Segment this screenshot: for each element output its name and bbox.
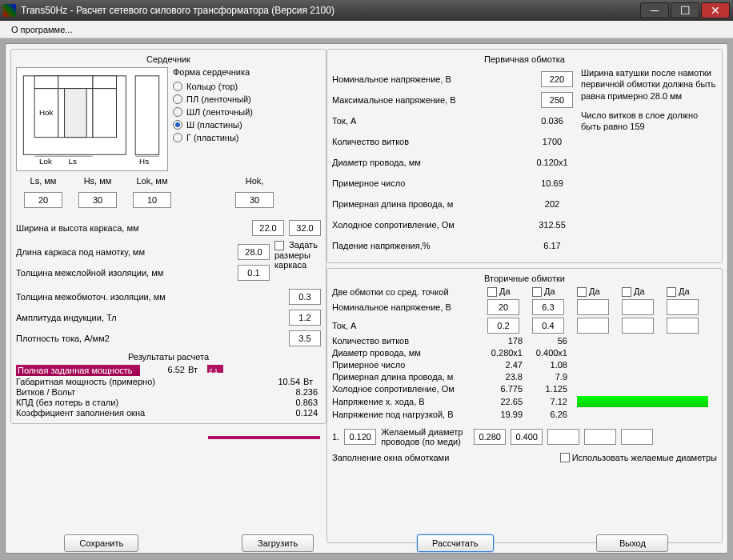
- svg-text:Hok: Hok: [39, 108, 54, 117]
- sec-openv-label: Напряжение х. хода, В: [332, 397, 484, 406]
- sec-loadv-1: 19.99: [487, 410, 529, 419]
- load-button[interactable]: Загрузить: [242, 534, 314, 552]
- ls-input[interactable]: [24, 192, 62, 208]
- sec-dia-label: Диаметр провода, мм: [332, 348, 484, 358]
- pri-drop-value: 6.17: [531, 241, 573, 250]
- svg-rect-1: [34, 76, 58, 89]
- core-form-title: Форма сердечника: [173, 67, 285, 77]
- currdensity-input[interactable]: [289, 330, 321, 346]
- gabpower-value: 10.54: [255, 377, 303, 386]
- sec-ct-label: Две обмотки со сред. точкой: [332, 287, 484, 297]
- menubar: О программе...: [0, 21, 733, 38]
- hs-input[interactable]: [78, 192, 117, 208]
- primary-title: Первичная обмотка: [332, 54, 717, 64]
- interlayer-label: Толщина межслойной изоляции, мм: [16, 268, 234, 278]
- sec-ct-2[interactable]: [532, 287, 542, 297]
- close-button[interactable]: ✕: [701, 2, 730, 18]
- pri-note2: Число витков в слое должно быть равно 15…: [581, 110, 717, 133]
- sec-i-5[interactable]: [667, 318, 699, 334]
- desd-1[interactable]: [474, 429, 506, 445]
- sec-ct-1[interactable]: [487, 287, 497, 297]
- pri-i-label: Ток, А: [332, 116, 531, 126]
- hok-input[interactable]: [235, 192, 274, 208]
- svg-rect-7: [65, 89, 87, 138]
- gabpower-label: Габаритная мощность (примерно): [16, 377, 255, 386]
- hok-label: Hok,: [227, 176, 282, 186]
- pri-maxv-label: Максимальное напряжение, В: [332, 95, 538, 105]
- desd-5[interactable]: [621, 429, 653, 445]
- frame-len-label: Длина каркаса под намотку, мм: [16, 247, 234, 257]
- desd-4[interactable]: [584, 429, 616, 445]
- frame-wh-label: Ширина и высота каркаса, мм: [16, 223, 249, 233]
- pri-maxv-input[interactable]: [541, 92, 573, 108]
- svg-rect-3: [93, 76, 117, 89]
- radio-ring[interactable]: Кольцо (тор): [173, 82, 285, 91]
- lok-label: Lok, мм: [125, 176, 179, 186]
- sec-i-1[interactable]: [487, 318, 519, 334]
- radio-g[interactable]: Г (пластины): [173, 133, 285, 142]
- frame-w-input[interactable]: [252, 220, 284, 236]
- sec-res-label: Холодное сопротивление, Ом: [332, 384, 484, 394]
- save-button[interactable]: Сохранить: [64, 534, 138, 552]
- sec-i-4[interactable]: [622, 318, 654, 334]
- sec-res-2: 1.125: [532, 384, 574, 394]
- dim-inputs: [16, 192, 321, 208]
- lok-input[interactable]: [133, 192, 171, 208]
- pri-nomv-input[interactable]: [541, 71, 573, 87]
- sec-turns-2: 56: [532, 336, 574, 346]
- sec-v-3[interactable]: [577, 299, 609, 315]
- use-desired-label: Использовать желаемые диаметры: [572, 453, 717, 462]
- sec-i-2[interactable]: [532, 318, 564, 334]
- power-overflow-bar: [208, 436, 320, 439]
- sec-openv-1: 22.65: [487, 397, 529, 406]
- secondary-group: Вторичные обмотки Две обмотки со сред. т…: [326, 268, 723, 543]
- induction-input[interactable]: [289, 310, 321, 326]
- svg-rect-2: [58, 76, 93, 89]
- desd-3[interactable]: [547, 429, 579, 445]
- sec-openv-2: 7.12: [532, 397, 574, 406]
- sec-dia-2: 0.400x1: [532, 348, 574, 358]
- power-label: Полная заданная мощность: [16, 365, 140, 376]
- sec-i-3[interactable]: [577, 318, 609, 334]
- sec-v-2[interactable]: [532, 299, 564, 315]
- set-frame-checkbox[interactable]: [274, 241, 284, 250]
- radio-pl[interactable]: ПЛ (ленточный): [173, 94, 285, 104]
- secondary-title: Вторичные обмотки: [332, 274, 717, 283]
- sec-ct-4[interactable]: [622, 287, 631, 297]
- sec-ct-3[interactable]: [577, 287, 587, 297]
- radio-shl[interactable]: ШЛ (ленточный): [173, 107, 285, 117]
- app-icon: [3, 4, 16, 17]
- sec-v-5[interactable]: [667, 299, 699, 315]
- interwind-input[interactable]: [289, 289, 321, 305]
- frame-h-input[interactable]: [289, 220, 321, 236]
- sec-v-4[interactable]: [622, 299, 654, 315]
- content: Сердечник: [5, 43, 728, 554]
- frame-len-input[interactable]: [238, 244, 270, 260]
- titlebar: Trans50Hz - Расчет сетевого силового тра…: [0, 0, 733, 21]
- exit-button[interactable]: Выход: [596, 534, 668, 552]
- desd-2[interactable]: [511, 429, 543, 445]
- sec-ct-5[interactable]: [667, 287, 676, 297]
- desd-label: Желаемый диаметр проводов (по меди): [381, 427, 469, 446]
- interlayer-input[interactable]: [238, 265, 270, 281]
- gabpower-unit: Вт: [303, 377, 321, 386]
- dim-labels: Ls, мм Hs, мм Lok, мм Hok,: [16, 176, 321, 187]
- pri-nomv-label: Номинальное напряжение, В: [332, 74, 538, 84]
- sec-num-label: Примерное число: [332, 360, 484, 370]
- radio-sh[interactable]: Ш (пластины): [173, 120, 285, 130]
- use-desired-checkbox[interactable]: [560, 453, 570, 462]
- maximize-button[interactable]: ☐: [671, 2, 699, 18]
- right-column: Первичная обмотка Номинальное напряжение…: [326, 49, 723, 548]
- pri-len-label: Примерная длина провода, м: [332, 199, 531, 209]
- power-bar-icon: 2.1: [207, 365, 223, 373]
- menu-about[interactable]: О программе...: [6, 23, 77, 36]
- pri-drop-label: Падение напряжения,%: [332, 241, 531, 250]
- minimize-button[interactable]: ─: [640, 2, 669, 18]
- svg-rect-8: [135, 76, 159, 154]
- svg-text:Ls: Ls: [68, 157, 76, 166]
- pri-turns-label: Количество витков: [332, 137, 531, 146]
- sec-v-1[interactable]: [487, 299, 519, 315]
- desd-0[interactable]: [344, 429, 376, 445]
- calc-button[interactable]: Рассчитать: [417, 534, 493, 552]
- pri-turns-value: 1700: [531, 137, 573, 146]
